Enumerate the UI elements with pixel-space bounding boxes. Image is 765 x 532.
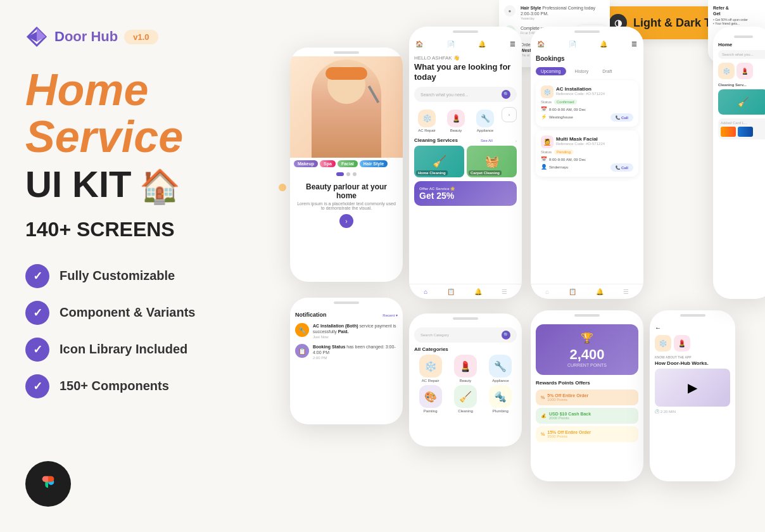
home-content: HELLO ASHFAK 👋 What you are looking for … — [409, 50, 522, 211]
home-cleaning-label: Home Cleaning — [416, 170, 448, 175]
notif-text-1: AC Installation (Both) service payment i… — [313, 323, 398, 334]
looking-for-text: What you are looking for today — [414, 62, 517, 82]
feature-label-2: Component & Variants — [60, 305, 195, 320]
feature-item-4: ✓ 150+ Components — [25, 374, 291, 398]
reward-text-3: 15% Off Entire Order — [547, 430, 591, 434]
phone-bookings: 🏠 📄 🔔 ☰ Bookings Upcoming History Draft … — [531, 27, 643, 299]
phone-beauty-parlour: Skip Makeup Spa Facial Hair Style — [290, 48, 403, 282]
cleaning-title: Cleaning Services — [414, 137, 458, 143]
cat-label-painting: Painting — [424, 409, 438, 413]
nav-dot-1 — [336, 172, 344, 176]
provider-text-1: Westinghouse — [549, 115, 573, 119]
see-all-cleaning[interactable]: See All — [481, 139, 493, 142]
how-works-title: How Door-Hub Works. — [655, 360, 730, 366]
back-arrow-icon[interactable]: ← — [655, 324, 730, 331]
home-nav-icon[interactable]: ⌂ — [424, 288, 427, 295]
offer-banner: Offer AC Service 🌟 Get 25% — [414, 181, 517, 206]
phone-notch-2 — [453, 30, 478, 33]
tab-draft[interactable]: Draft — [597, 67, 617, 75]
partial-cleaning-img: 🧹 — [718, 89, 765, 115]
cleaning-section-header: Cleaning Services See All › — [414, 137, 517, 143]
reward-sub-2: 2000 Points — [549, 416, 591, 420]
all-categories-title: All Categories — [414, 346, 517, 352]
phone-home-search: 🏠 📄 🔔 ☰ HELLO ASHFAK 👋 What you are look… — [409, 27, 522, 299]
phone-how-works: ← ❄️ 💄 KNOW ABOUT THE APP How Door-Hub W… — [650, 310, 735, 481]
how-works-content: ← ❄️ 💄 KNOW ABOUT THE APP How Door-Hub W… — [650, 319, 735, 419]
tab-upcoming[interactable]: Upcoming — [536, 67, 566, 75]
cat-appliance[interactable]: 🔧 Appliance — [484, 355, 517, 383]
bookings-nav-icon[interactable]: 📋 — [447, 288, 455, 295]
appliance-label: Appliance — [477, 129, 493, 132]
cleaning-images: 🧹 Home Cleaning 🧺 Carpet Cleaning — [414, 146, 517, 177]
cat-label-cleaning: Cleaning — [458, 409, 473, 413]
feature-label-4: 150+ Components — [60, 379, 169, 393]
service-appliance[interactable]: 🔧 Appliance — [472, 110, 498, 132]
notif-nav-4[interactable]: 🔔 — [596, 288, 604, 295]
nav-dots — [290, 170, 403, 179]
phone-notch-4 — [574, 30, 600, 33]
phones-area: ◑ Light & Dark Theme ● Hair Style Profes… — [258, 0, 765, 532]
bookings-nav-4[interactable]: 📋 — [569, 288, 576, 295]
notif-nav-icon[interactable]: 🔔 — [474, 288, 482, 295]
timeline-text-1: Hair Style Professional Coming today 2:0… — [521, 5, 605, 16]
cat-label-plumbing: Plumbing — [493, 409, 509, 413]
schedule-row-2: 📅 8:00-9:00 AM, 09 Dec — [541, 156, 633, 162]
feature-label-3: Icon Library Included — [60, 342, 187, 357]
cat-cleaning[interactable]: 🧹 Cleaning — [449, 385, 481, 413]
logo-icon — [25, 25, 48, 48]
reward-text-1: 5% Off Entire Order — [547, 393, 588, 398]
timeline-icon-1: ● — [504, 5, 515, 16]
beauty-image — [290, 56, 403, 158]
cat-painting[interactable]: 🎨 Painting — [414, 385, 446, 413]
how-ac-icon: ❄️ — [655, 335, 671, 352]
check-icon-4: ✓ — [25, 374, 49, 398]
notif-text-2: Booking Status has been changed: 3:00-4:… — [313, 344, 398, 355]
service-beauty[interactable]: 💄 Beauty — [443, 110, 469, 132]
cat-beauty[interactable]: 💄 Beauty — [449, 355, 481, 383]
trophy-icon: 🏆 — [543, 332, 631, 344]
status-row-2: Status Pending — [541, 149, 633, 155]
feature-item-2: ✓ Component & Variants — [25, 301, 291, 325]
phone-notch-9 — [680, 314, 705, 317]
see-all-services-button[interactable]: › — [502, 107, 517, 122]
search-bar-home[interactable]: Search what you need... 🔍 — [414, 87, 517, 102]
sub-title: UI KIT — [25, 165, 132, 204]
menu-nav-icon[interactable]: ☰ — [502, 288, 507, 295]
call-button-2[interactable]: 📞 Call — [610, 163, 633, 172]
timeline-time-1: Yesterday — [521, 16, 605, 20]
recent-dropdown[interactable]: Recent ▾ — [382, 313, 398, 317]
provider-row-2: 👤 Sindernayu — [541, 164, 568, 170]
hello-text: HELLO ASHFAK 👋 — [414, 55, 517, 61]
pill-hairstyle: Hair Style — [360, 160, 388, 167]
status-badge-confirmed: Confirmed — [554, 99, 577, 104]
check-icon-2: ✓ — [25, 301, 49, 325]
notif-item-1: 🔧 AC Installation (Both) service payment… — [295, 323, 398, 339]
beauty-next-button[interactable]: › — [339, 214, 353, 228]
cat-icon-appliance: 🔧 — [489, 355, 512, 377]
search-bar-cat[interactable]: Search Category 🔍 — [414, 327, 517, 343]
notif-icon-2: 📋 — [295, 344, 309, 358]
beauty-icon: 💄 — [447, 110, 465, 127]
menu-nav-4[interactable]: ☰ — [623, 288, 629, 295]
booking-icon-2: 💆 — [541, 136, 553, 148]
phone-notifications: Notification Recent ▾ 🔧 AC Installation … — [290, 298, 403, 424]
pill-spa: Spa — [320, 160, 336, 167]
notif-icon-1: 🔧 — [295, 323, 309, 337]
partial-search-bar[interactable]: Search what you... — [718, 50, 765, 59]
cat-plumbing[interactable]: 🔩 Plumbing — [484, 385, 517, 413]
call-button-1[interactable]: 📞 Call — [610, 113, 633, 122]
cat-label-ac: AC Repair — [422, 379, 439, 383]
how-label: KNOW ABOUT THE APP — [655, 355, 730, 359]
points-label: CURRENT POINTS — [543, 363, 631, 367]
beauty-desc: Lorem ipsum is a placeholder text common… — [290, 201, 403, 214]
reward-item-3: % 15% Off Entire Order 3500 Points — [536, 426, 638, 442]
provider-row-1: ⚡ Westinghouse — [541, 114, 573, 120]
cat-ac-repair[interactable]: ❄️ AC Repair — [414, 355, 446, 383]
tab-history[interactable]: History — [570, 67, 594, 75]
service-ac-repair[interactable]: ❄️ AC Repair — [414, 110, 439, 132]
phone-notch-7 — [734, 35, 753, 38]
cat-icon-beauty: 💄 — [454, 355, 477, 377]
notif-content: Notification Recent ▾ 🔧 AC Installation … — [290, 307, 403, 370]
home-nav-4[interactable]: ⌂ — [545, 288, 549, 295]
carpet-cleaning-label: Carpet Cleaning — [469, 170, 502, 175]
